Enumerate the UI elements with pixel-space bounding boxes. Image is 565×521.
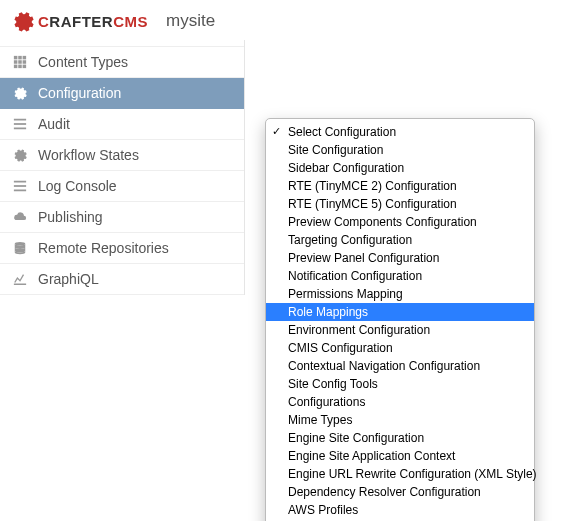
gear-icon: [12, 147, 28, 163]
list-icon: [12, 178, 28, 194]
dropdown-item[interactable]: RTE (TinyMCE 2) Configuration: [266, 177, 534, 195]
sidebar-item-configuration[interactable]: Configuration: [0, 78, 244, 109]
content-area: Select ConfigurationSite ConfigurationSi…: [245, 40, 565, 295]
dropdown-item[interactable]: Targeting Configuration: [266, 231, 534, 249]
dropdown-item[interactable]: CMIS Configuration: [266, 339, 534, 357]
dropdown-item[interactable]: Preview Panel Configuration: [266, 249, 534, 267]
sidebar: Content TypesConfigurationAuditWorkflow …: [0, 40, 245, 295]
sidebar-item-remote-repositories[interactable]: Remote Repositories: [0, 233, 244, 264]
svg-rect-6: [14, 65, 18, 69]
logo-text: CRAFTERCMS: [38, 13, 148, 30]
svg-rect-4: [18, 60, 22, 64]
dropdown-item[interactable]: Engine URL Rewrite Configuration (XML St…: [266, 465, 534, 483]
sidebar-item-label: Content Types: [38, 54, 128, 70]
dropdown-item[interactable]: Dependency Resolver Configuration: [266, 483, 534, 501]
grid-icon: [12, 54, 28, 70]
database-icon: [12, 240, 28, 256]
list-icon: [12, 116, 28, 132]
dropdown-item[interactable]: Contextual Navigation Configuration: [266, 357, 534, 375]
svg-rect-14: [14, 190, 26, 192]
svg-rect-10: [14, 123, 26, 125]
sidebar-item-label: Log Console: [38, 178, 117, 194]
sidebar-item-label: Configuration: [38, 85, 121, 101]
dropdown-item[interactable]: Configurations: [266, 393, 534, 411]
svg-rect-1: [18, 56, 22, 60]
configuration-dropdown[interactable]: Select ConfigurationSite ConfigurationSi…: [265, 118, 535, 521]
sidebar-item-content-types[interactable]: Content Types: [0, 46, 244, 78]
svg-rect-3: [14, 60, 18, 64]
svg-rect-2: [23, 56, 27, 60]
sidebar-item-label: Workflow States: [38, 147, 139, 163]
dropdown-item[interactable]: Environment Configuration: [266, 321, 534, 339]
sidebar-item-label: Remote Repositories: [38, 240, 169, 256]
sidebar-item-label: GraphiQL: [38, 271, 99, 287]
svg-rect-11: [14, 128, 26, 130]
dropdown-item[interactable]: Engine Site Configuration: [266, 429, 534, 447]
logo[interactable]: CRAFTERCMS: [12, 10, 148, 32]
sidebar-item-audit[interactable]: Audit: [0, 109, 244, 140]
dropdown-item[interactable]: Role Mappings: [266, 303, 534, 321]
chart-icon: [12, 271, 28, 287]
svg-rect-7: [18, 65, 22, 69]
sidebar-item-log-console[interactable]: Log Console: [0, 171, 244, 202]
dropdown-item[interactable]: Select Configuration: [266, 123, 534, 141]
svg-rect-13: [14, 185, 26, 187]
dropdown-item[interactable]: Notification Configuration: [266, 267, 534, 285]
dropdown-item[interactable]: AWS Profiles: [266, 501, 534, 519]
header: CRAFTERCMS mysite: [0, 0, 565, 40]
dropdown-item[interactable]: Preview Components Configuration: [266, 213, 534, 231]
svg-rect-9: [14, 119, 26, 121]
dropdown-item[interactable]: Site Configuration: [266, 141, 534, 159]
svg-point-15: [15, 242, 26, 246]
sidebar-item-graphiql[interactable]: GraphiQL: [0, 264, 244, 295]
sidebar-item-workflow-states[interactable]: Workflow States: [0, 140, 244, 171]
dropdown-item[interactable]: Engine Site Application Context: [266, 447, 534, 465]
cloud-icon: [12, 209, 28, 225]
site-name: mysite: [166, 11, 215, 31]
sidebar-item-label: Publishing: [38, 209, 103, 225]
dropdown-item[interactable]: Sidebar Configuration: [266, 159, 534, 177]
dropdown-item[interactable]: Permissions Mapping: [266, 285, 534, 303]
gear-icon: [12, 85, 28, 101]
sidebar-item-label: Audit: [38, 116, 70, 132]
logo-gear-icon: [12, 10, 34, 32]
svg-rect-5: [23, 60, 27, 64]
svg-rect-8: [23, 65, 27, 69]
dropdown-item[interactable]: Site Config Tools: [266, 375, 534, 393]
svg-rect-12: [14, 181, 26, 183]
dropdown-item[interactable]: RTE (TinyMCE 5) Configuration: [266, 195, 534, 213]
svg-rect-0: [14, 56, 18, 60]
sidebar-item-publishing[interactable]: Publishing: [0, 202, 244, 233]
dropdown-item[interactable]: Mime Types: [266, 411, 534, 429]
